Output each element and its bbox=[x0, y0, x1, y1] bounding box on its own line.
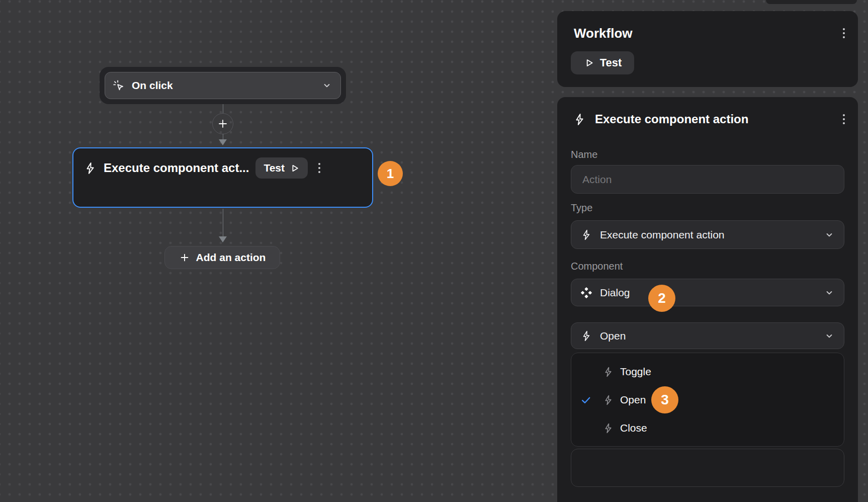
offscreen-panel-edge bbox=[766, 0, 857, 4]
annotation-badge-1: 1 bbox=[378, 161, 403, 186]
connector-line bbox=[223, 134, 224, 139]
menu-item-toggle[interactable]: Toggle bbox=[571, 358, 844, 386]
name-input[interactable] bbox=[571, 165, 844, 194]
component-action-menu: Toggle Open bbox=[571, 353, 844, 447]
connector-line bbox=[223, 209, 224, 236]
workflow-test-button[interactable]: Test bbox=[571, 51, 634, 74]
component-label: Component bbox=[571, 261, 623, 272]
lightning-icon bbox=[602, 394, 614, 406]
type-label: Type bbox=[571, 202, 592, 214]
workflow-panel-title: Workflow bbox=[574, 26, 839, 41]
action-node[interactable]: Execute component act... Test bbox=[72, 147, 373, 208]
empty-parameters-box bbox=[571, 449, 844, 487]
cursor-click-icon bbox=[112, 79, 125, 92]
play-icon bbox=[583, 57, 594, 68]
annotation-badge-3: 3 bbox=[651, 386, 678, 413]
inspector-more-menu-button[interactable] bbox=[839, 111, 849, 127]
lightning-icon bbox=[83, 161, 97, 175]
connector-line bbox=[223, 104, 224, 114]
workflow-more-menu-button[interactable] bbox=[839, 25, 849, 41]
component-select[interactable]: Dialog bbox=[571, 279, 844, 306]
component-icon bbox=[580, 287, 592, 299]
inspector-title: Execute component action bbox=[595, 112, 830, 126]
arrowhead-icon bbox=[219, 139, 227, 145]
plus-icon bbox=[179, 252, 190, 263]
type-select[interactable]: Execute component action bbox=[571, 220, 844, 249]
lightning-icon bbox=[573, 113, 586, 126]
check-icon bbox=[580, 394, 592, 406]
workflow-panel: Workflow Test bbox=[557, 11, 858, 87]
plus-icon bbox=[217, 118, 229, 130]
chevron-down-icon bbox=[824, 229, 835, 240]
trigger-label: On click bbox=[132, 79, 315, 92]
node-more-menu-button[interactable] bbox=[314, 160, 324, 176]
chevron-down-icon bbox=[321, 80, 332, 91]
menu-item-open[interactable]: Open bbox=[571, 386, 844, 414]
add-step-button[interactable] bbox=[212, 113, 233, 134]
action-node-title: Execute component act... bbox=[104, 161, 249, 175]
play-icon bbox=[289, 163, 300, 174]
inspector-panel: Execute component action Name Type Execu… bbox=[557, 97, 858, 502]
arrowhead-icon bbox=[219, 236, 227, 242]
chevron-down-icon bbox=[824, 287, 835, 298]
add-an-action-button[interactable]: Add an action bbox=[164, 246, 280, 269]
lightning-icon bbox=[580, 229, 592, 241]
lightning-icon bbox=[602, 423, 614, 434]
node-test-button[interactable]: Test bbox=[255, 157, 308, 179]
menu-item-close[interactable]: Close bbox=[571, 414, 844, 442]
lightning-icon bbox=[602, 366, 614, 378]
annotation-badge-2: 2 bbox=[648, 285, 675, 312]
trigger-node: On click bbox=[100, 67, 346, 104]
trigger-dropdown[interactable]: On click bbox=[105, 72, 341, 99]
component-action-select[interactable]: Open bbox=[571, 322, 844, 349]
name-label: Name bbox=[571, 149, 597, 160]
chevron-down-icon bbox=[824, 330, 835, 342]
lightning-icon bbox=[580, 330, 592, 342]
